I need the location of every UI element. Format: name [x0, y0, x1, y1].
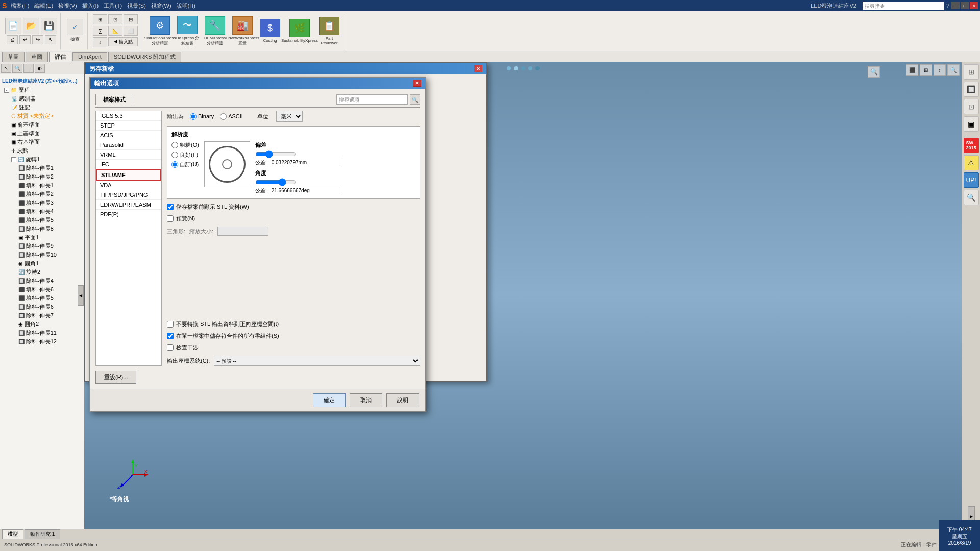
- format-tif[interactable]: TIF/PSD/JPG/PNG: [96, 190, 161, 200]
- tree-item-sensor[interactable]: 📡感測器: [0, 94, 84, 103]
- radio-binary[interactable]: Binary: [190, 113, 214, 120]
- dialog-saveas-close[interactable]: ✕: [474, 65, 482, 72]
- checkbox-preview[interactable]: 預覽(N): [167, 215, 420, 222]
- format-acis[interactable]: ACIS: [96, 131, 161, 140]
- tree-item-boss1[interactable]: ⬛填料-伸長1: [0, 181, 84, 190]
- angle-value-input[interactable]: [269, 187, 340, 194]
- tree-item-fillet1[interactable]: ◉圓角1: [0, 259, 84, 268]
- thickness-btn[interactable]: ↕: [93, 37, 107, 47]
- section-btn[interactable]: ⬜: [124, 26, 138, 36]
- reset-btn[interactable]: 重設(R)...: [95, 371, 136, 384]
- part-reviewer-btn[interactable]: 📋 Part Reviewer: [317, 17, 341, 45]
- model-viewport[interactable]: 7 Y X Z *等角視 ⬛ ⊞ ↕: [84, 62, 962, 529]
- panel-collapse-btn[interactable]: ◀: [78, 285, 84, 306]
- tree-item-history[interactable]: - 📁 歷程: [0, 86, 84, 94]
- rs-icon6[interactable]: UP!: [964, 172, 979, 188]
- tree-item-front-plane[interactable]: ▣前基準面: [0, 120, 84, 129]
- search-input[interactable]: [863, 2, 944, 10]
- panel-btn1[interactable]: ↖: [1, 64, 11, 73]
- tab-model[interactable]: 模型: [2, 529, 23, 539]
- help-btn[interactable]: ?: [946, 3, 949, 9]
- tree-item-cut9[interactable]: 🔲除料-伸長9: [0, 242, 84, 251]
- tree-item-right-plane[interactable]: ▣右基準面: [0, 138, 84, 146]
- format-stl-amf[interactable]: STL/AMF: [96, 169, 161, 181]
- cancel-btn[interactable]: 取消: [350, 393, 382, 407]
- tree-item-cut2[interactable]: 🔲除料-伸長2: [0, 172, 84, 181]
- dialog-tab-format[interactable]: 檔案格式: [95, 94, 133, 105]
- rs-icon2[interactable]: 🔲: [964, 82, 979, 97]
- undo-btn[interactable]: ↩: [19, 35, 31, 44]
- tree-item-cut6[interactable]: 🔲除料-伸長6: [0, 303, 84, 311]
- dialog-output-close[interactable]: ✕: [413, 80, 421, 87]
- menu-view[interactable]: 檢視(V): [58, 2, 77, 10]
- snap-btn3[interactable]: ⊟: [124, 14, 138, 24]
- radio-ascii[interactable]: ASCII: [220, 113, 243, 120]
- rs-icon5[interactable]: ⚠: [964, 155, 979, 170]
- tree-item-fillet2[interactable]: ◉圓角2: [0, 320, 84, 329]
- menu-edit[interactable]: 編輯(E): [34, 2, 53, 10]
- open-btn[interactable]: 📂: [23, 18, 39, 34]
- tree-item-boss4[interactable]: ⬛填料-伸長4: [0, 207, 84, 216]
- radio-coarse[interactable]: 粗糙(O): [172, 141, 199, 149]
- menu-file[interactable]: 檔案(F): [11, 2, 29, 10]
- tab-addins[interactable]: SOLIDWORKS 附加程式: [108, 52, 182, 62]
- triangle-input[interactable]: [217, 227, 268, 236]
- tab-evaluate[interactable]: 評估: [49, 52, 71, 62]
- tree-item-cut1[interactable]: 🔲除料-伸長1: [0, 164, 84, 172]
- tree-item-top-plane[interactable]: ▣上基準面: [0, 129, 84, 138]
- menu-window[interactable]: 視窗(W): [151, 2, 172, 10]
- radio-fine[interactable]: 良好(F): [172, 151, 199, 159]
- tree-item-origin[interactable]: ✛原點: [0, 146, 84, 155]
- tree-item-boss3[interactable]: ⬛填料-伸長3: [0, 198, 84, 207]
- angle-slider[interactable]: [255, 179, 296, 185]
- new-btn[interactable]: 📄: [5, 18, 21, 34]
- menu-insert[interactable]: 插入(I): [82, 2, 99, 10]
- rs-icon7[interactable]: 🔍: [964, 190, 979, 205]
- panel-btn4[interactable]: ◐: [35, 64, 45, 73]
- coord-select[interactable]: -- 預設 --: [214, 356, 420, 366]
- checkbox-single-file[interactable]: 在單一檔案中儲存符合件的所有零組件(S): [167, 332, 420, 340]
- tab-motion[interactable]: 動作研究 1: [24, 529, 60, 539]
- help-btn-dialog[interactable]: 說明: [386, 393, 419, 407]
- menu-help[interactable]: 說明(H): [177, 2, 195, 10]
- tree-item-cut12[interactable]: 🔲除料-伸長12: [0, 337, 84, 346]
- redo-btn[interactable]: ↪: [32, 35, 43, 44]
- panel-btn2[interactable]: 🔍: [12, 64, 22, 73]
- format-step[interactable]: STEP: [96, 121, 161, 131]
- sustainability-btn[interactable]: 🌿 SustainabilityXpress: [285, 19, 314, 43]
- menu-tools[interactable]: 工具(T): [104, 2, 122, 10]
- snap-btn1[interactable]: ⊞: [93, 14, 107, 24]
- format-edrw[interactable]: EDRW/EPRT/EASM: [96, 200, 161, 210]
- close-btn-main[interactable]: ✕: [970, 2, 978, 9]
- rs-icon3[interactable]: ⊡: [964, 99, 979, 114]
- tree-item-boss5b[interactable]: ⬛填料-伸長5: [0, 294, 84, 303]
- select-btn[interactable]: ↖: [45, 35, 56, 44]
- deviation-value-input[interactable]: [269, 159, 340, 166]
- tree-item-boss5[interactable]: ⬛填料-伸長5: [0, 216, 84, 224]
- tree-item-cut11[interactable]: 🔲除料-伸長11: [0, 329, 84, 337]
- costing-btn[interactable]: $ Costing: [258, 19, 282, 43]
- tree-item-cut8[interactable]: 🔲除料-伸長8: [0, 224, 84, 233]
- tree-item-boss6[interactable]: ⬛填料-伸長6: [0, 285, 84, 294]
- deviation-slider[interactable]: [255, 151, 296, 157]
- ok-btn[interactable]: 確定: [313, 393, 346, 407]
- tree-item-material[interactable]: ⬡材質 <未指定>: [0, 112, 84, 120]
- measure-btn[interactable]: 📐: [108, 26, 122, 36]
- format-parasolid[interactable]: Parasolid: [96, 140, 161, 150]
- calc-btn[interactable]: ∑: [93, 26, 107, 36]
- radio-custom[interactable]: 自訂(U): [172, 161, 199, 168]
- format-vda[interactable]: VDA: [96, 181, 161, 190]
- tree-item-revolve2[interactable]: 🔄旋轉2: [0, 268, 84, 277]
- checkbox-check-interference[interactable]: 檢查干涉: [167, 344, 420, 352]
- tree-item-cut10[interactable]: 🔲除料-伸長10: [0, 251, 84, 259]
- panel-btn3[interactable]: ⋮: [23, 64, 34, 73]
- tree-item-revolve1[interactable]: - 🔄旋轉1: [0, 155, 84, 164]
- snap-btn2[interactable]: ⊡: [108, 14, 122, 24]
- tree-item-boss2[interactable]: ⬛填料-伸長2: [0, 190, 84, 198]
- simulation-xpress-btn[interactable]: ⚙ SimulationXpress 分析精靈: [148, 16, 172, 46]
- checkbox-no-transform[interactable]: 不要轉換 STL 輸出資料到正向座標空間(t): [167, 320, 420, 328]
- dialog-search-btn[interactable]: 🔍: [410, 94, 420, 105]
- tree-item-cut4[interactable]: 🔲除料-伸長4: [0, 277, 84, 285]
- check-btn[interactable]: ✓: [67, 19, 83, 35]
- print-btn[interactable]: 🖨: [7, 35, 18, 44]
